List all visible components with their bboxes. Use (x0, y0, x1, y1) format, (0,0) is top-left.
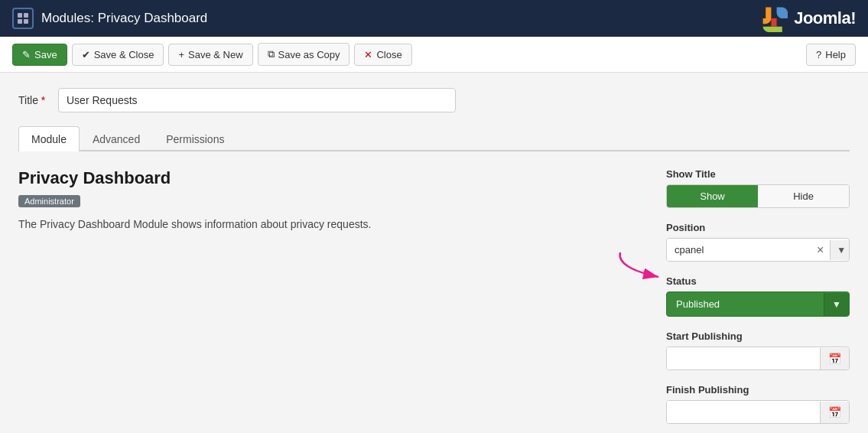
show-title-label: Show Title (666, 168, 850, 180)
close-icon: ✕ (364, 49, 372, 60)
start-publishing-label: Start Publishing (666, 330, 850, 342)
show-button[interactable]: Show (667, 185, 758, 207)
tab-module[interactable]: Module (18, 126, 80, 151)
save-new-label: Save & New (188, 49, 243, 60)
save-close-button[interactable]: ✔ Save & Close (72, 44, 164, 66)
position-clear-button[interactable]: × (811, 239, 830, 261)
tab-advanced[interactable]: Advanced (80, 126, 153, 151)
copy-icon: ⧉ (268, 48, 275, 60)
svg-rect-2 (18, 19, 22, 24)
close-button[interactable]: ✕ Close (354, 44, 411, 66)
finish-publishing-label: Finish Publishing (666, 384, 850, 396)
top-bar: Modules: Privacy Dashboard Joomla! (0, 0, 868, 37)
help-label: Help (825, 49, 846, 60)
title-field-group: Title * (18, 88, 850, 112)
module-name: Privacy Dashboard (18, 168, 636, 188)
page-title: Modules: Privacy Dashboard (41, 11, 207, 26)
start-publishing-calendar-button[interactable]: 📅 (820, 348, 849, 370)
svg-rect-0 (18, 13, 22, 18)
start-publishing-wrapper: 📅 (666, 347, 850, 370)
start-publishing-input[interactable] (667, 347, 820, 370)
top-bar-left: Modules: Privacy Dashboard (12, 8, 207, 29)
position-dropdown-button[interactable]: ▼ (830, 240, 850, 260)
save-copy-label: Save as Copy (278, 49, 340, 60)
finish-publishing-field: Finish Publishing 📅 (666, 384, 850, 424)
save-new-button[interactable]: + Save & New (168, 44, 252, 66)
module-icon (12, 8, 34, 29)
content-right: Show Title Show Hide Position × ▼ Status (666, 168, 850, 433)
position-input[interactable] (667, 239, 811, 261)
title-label: Title * (18, 94, 49, 106)
position-field: Position × ▼ (666, 222, 850, 262)
position-label: Position (666, 222, 850, 233)
svg-rect-3 (24, 19, 28, 24)
status-value: Published (667, 292, 824, 316)
finish-publishing-wrapper: 📅 (666, 400, 850, 424)
title-input[interactable] (58, 88, 456, 112)
toolbar-left: ✎ Save ✔ Save & Close + Save & New ⧉ Sav… (12, 43, 412, 66)
tabs: Module Advanced Permissions (18, 126, 850, 151)
svg-rect-1 (24, 13, 28, 18)
save-label: Save (34, 49, 57, 60)
plus-icon: + (178, 49, 184, 60)
close-label: Close (376, 49, 401, 60)
status-label: Status (666, 275, 850, 287)
check-icon: ✔ (82, 49, 90, 60)
main-content: Title * Module Advanced Permissions Priv… (0, 73, 868, 433)
show-title-toggle: Show Hide (666, 184, 850, 208)
content-left: Privacy Dashboard Administrator The Priv… (18, 168, 636, 433)
save-icon: ✎ (22, 49, 31, 60)
status-select-wrapper: Published ▼ (666, 291, 850, 317)
save-button[interactable]: ✎ Save (12, 44, 67, 66)
show-title-field: Show Title Show Hide (666, 168, 850, 208)
required-marker: * (41, 94, 45, 106)
finish-publishing-input[interactable] (667, 401, 820, 423)
save-close-label: Save & Close (94, 49, 154, 60)
help-icon: ? (816, 49, 821, 60)
content-columns: Privacy Dashboard Administrator The Priv… (18, 168, 850, 433)
toolbar-right: ? Help (806, 44, 856, 66)
hide-button[interactable]: Hide (758, 185, 849, 207)
start-publishing-field: Start Publishing 📅 (666, 330, 850, 370)
save-copy-button[interactable]: ⧉ Save as Copy (258, 43, 350, 66)
joomla-logo: Joomla! (760, 5, 856, 32)
tab-permissions[interactable]: Permissions (153, 126, 237, 151)
position-input-wrapper: × ▼ (666, 238, 850, 262)
status-dropdown-button[interactable]: ▼ (824, 293, 849, 316)
help-button[interactable]: ? Help (806, 44, 856, 66)
module-description: The Privacy Dashboard Module shows infor… (18, 216, 636, 233)
finish-publishing-calendar-button[interactable]: 📅 (820, 402, 849, 423)
status-field: Status Published ▼ (666, 275, 850, 317)
admin-badge: Administrator (18, 195, 80, 207)
joomla-logo-text: Joomla! (794, 8, 856, 28)
toolbar: ✎ Save ✔ Save & Close + Save & New ⧉ Sav… (0, 37, 868, 73)
